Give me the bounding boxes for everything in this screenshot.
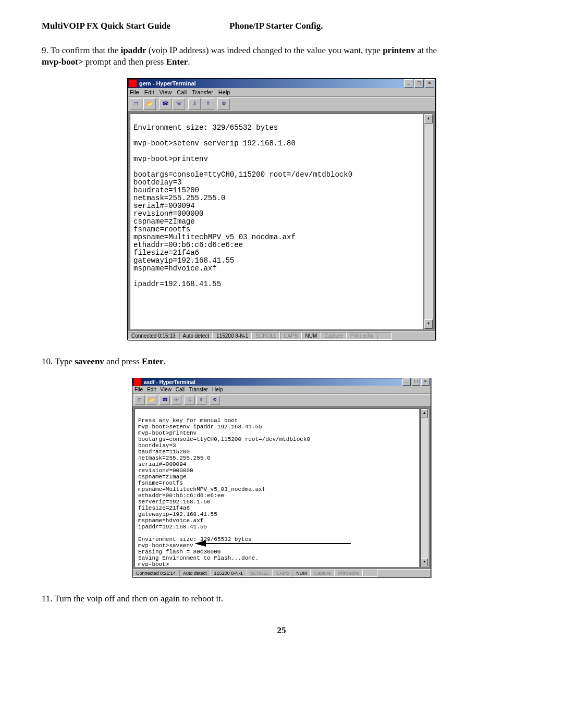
menu-bar: File Edit View Call Transfer Help bbox=[132, 386, 431, 394]
resize-grip-icon[interactable] bbox=[363, 570, 377, 577]
toolbar: □ 📂 ☎ ☏ ⇩ ⇧ ⚙ bbox=[132, 394, 431, 406]
vertical-scrollbar[interactable]: ▴ ▾ bbox=[424, 114, 433, 329]
page-header: MultiVOIP FX Quick Start Guide Phone/IP … bbox=[42, 21, 521, 31]
status-baud: 115200 8-N-1 bbox=[211, 570, 247, 577]
toolbar-new-icon[interactable]: □ bbox=[134, 396, 145, 405]
menu-edit[interactable]: Edit bbox=[144, 89, 154, 95]
window-title: gem - HyperTerminal bbox=[139, 80, 403, 87]
menu-transfer[interactable]: Transfer bbox=[189, 387, 208, 392]
status-connected: Connected 0:15:13 bbox=[128, 332, 179, 340]
status-caps: CAPS bbox=[280, 332, 301, 340]
status-baud: 115200 8-N-1 bbox=[213, 332, 252, 340]
status-autodetect: Auto detect bbox=[179, 332, 213, 340]
menu-help[interactable]: Help bbox=[212, 387, 223, 392]
terminal-output[interactable]: Press any key for manual boot mvp-boot>s… bbox=[134, 409, 419, 567]
step-9: 9. To confirm that the ipaddr (voip IP a… bbox=[42, 45, 521, 68]
status-capture: Capture bbox=[321, 332, 347, 340]
page-number: 25 bbox=[42, 625, 521, 636]
titlebar: gem - HyperTerminal _ □ × bbox=[128, 79, 435, 88]
resize-grip-icon[interactable] bbox=[377, 332, 392, 340]
app-icon bbox=[129, 79, 137, 88]
menu-file[interactable]: File bbox=[134, 387, 143, 392]
toolbar-receive-icon[interactable]: ⇧ bbox=[202, 98, 214, 110]
menu-view[interactable]: View bbox=[160, 387, 172, 392]
toolbar: □ 📂 ☎ ☏ ⇩ ⇧ ⚙ bbox=[128, 97, 435, 112]
minimize-button[interactable]: _ bbox=[404, 79, 413, 88]
scroll-down-icon[interactable]: ▾ bbox=[421, 558, 428, 566]
menu-view[interactable]: View bbox=[160, 89, 172, 95]
maximize-button[interactable]: □ bbox=[414, 79, 424, 88]
hyperterminal-window-1: gem - HyperTerminal _ □ × File Edit View… bbox=[127, 78, 436, 340]
header-left: MultiVOIP FX Quick Start Guide bbox=[42, 21, 229, 31]
window-title: asdf - HyperTerminal bbox=[144, 379, 401, 385]
menu-edit[interactable]: Edit bbox=[147, 387, 156, 392]
status-echo: Print echo bbox=[335, 570, 363, 577]
scroll-up-icon[interactable]: ▴ bbox=[424, 114, 433, 124]
status-num: NUM bbox=[292, 570, 311, 577]
minimize-button[interactable]: _ bbox=[402, 378, 411, 386]
toolbar-open-icon[interactable]: 📂 bbox=[146, 396, 156, 405]
app-icon bbox=[133, 378, 142, 386]
toolbar-disconnect-icon[interactable]: ☏ bbox=[173, 98, 185, 110]
toolbar-properties-icon[interactable]: ⚙ bbox=[217, 98, 230, 110]
scroll-up-icon[interactable]: ▴ bbox=[421, 409, 428, 417]
terminal-text: Environment size: 329/65532 bytes mvp-bo… bbox=[133, 116, 419, 296]
menu-bar: File Edit View Call Transfer Help bbox=[128, 88, 435, 97]
toolbar-open-icon[interactable]: 📂 bbox=[143, 98, 156, 110]
scroll-track[interactable] bbox=[421, 417, 428, 558]
status-bar: Connected 0:21:14 Auto detect 115200 8-N… bbox=[132, 569, 431, 577]
menu-file[interactable]: File bbox=[130, 89, 139, 95]
step-11: 11. Turn the voip off and then on again … bbox=[42, 593, 521, 604]
toolbar-receive-icon[interactable]: ⇧ bbox=[196, 396, 206, 405]
titlebar: asdf - HyperTerminal _ □ × bbox=[132, 378, 431, 386]
scroll-down-icon[interactable]: ▾ bbox=[424, 319, 433, 329]
close-button[interactable]: × bbox=[421, 378, 430, 386]
status-echo: Print echo bbox=[347, 332, 377, 340]
header-right: Phone/IP Starter Config. bbox=[229, 21, 323, 31]
status-bar: Connected 0:15:13 Auto detect 115200 8-N… bbox=[128, 331, 435, 340]
hyperterminal-window-2: asdf - HyperTerminal _ □ × File Edit Vie… bbox=[132, 378, 431, 577]
menu-call[interactable]: Call bbox=[176, 387, 185, 392]
menu-call[interactable]: Call bbox=[177, 89, 187, 95]
step-10: 10. Type saveenv and press Enter. bbox=[42, 356, 521, 367]
menu-help[interactable]: Help bbox=[218, 89, 230, 95]
status-scroll: SCROLL bbox=[252, 332, 280, 340]
toolbar-disconnect-icon[interactable]: ☏ bbox=[171, 396, 181, 405]
maximize-button[interactable]: □ bbox=[412, 378, 420, 386]
toolbar-properties-icon[interactable]: ⚙ bbox=[210, 396, 220, 405]
menu-transfer[interactable]: Transfer bbox=[192, 89, 213, 95]
scroll-track[interactable] bbox=[424, 124, 433, 319]
toolbar-send-icon[interactable]: ⇩ bbox=[185, 396, 195, 405]
toolbar-connect-icon[interactable]: ☎ bbox=[160, 396, 170, 405]
terminal-text: Press any key for manual boot mvp-boot>s… bbox=[138, 411, 415, 567]
vertical-scrollbar[interactable]: ▴ ▾ bbox=[420, 409, 429, 567]
toolbar-send-icon[interactable]: ⇩ bbox=[188, 98, 201, 110]
toolbar-new-icon[interactable]: □ bbox=[130, 98, 142, 110]
status-capture: Capture bbox=[311, 570, 335, 577]
status-scroll: SCROLL bbox=[247, 570, 273, 577]
close-button[interactable]: × bbox=[425, 79, 434, 88]
status-caps: CAPS bbox=[273, 570, 293, 577]
status-num: NUM bbox=[302, 332, 321, 340]
toolbar-connect-icon[interactable]: ☎ bbox=[159, 98, 172, 110]
status-connected: Connected 0:21:14 bbox=[132, 570, 179, 577]
terminal-output[interactable]: Environment size: 329/65532 bytes mvp-bo… bbox=[130, 114, 423, 329]
status-autodetect: Auto detect bbox=[179, 570, 211, 577]
